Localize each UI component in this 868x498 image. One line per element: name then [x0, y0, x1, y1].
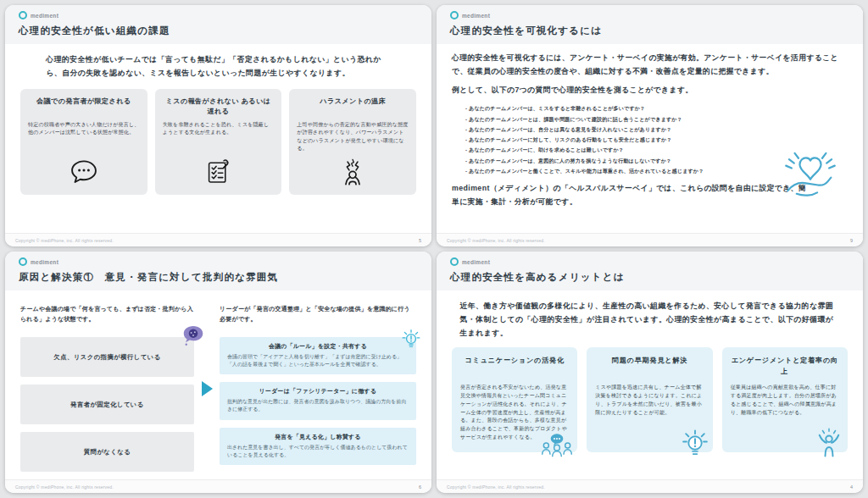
slide-body: 近年、働き方や価値観の多様化により、生産性の高い組織を作るため、安心して発言でき… [437, 290, 863, 479]
benefit-card-engagement: エンゲージメントと定着率の向上 従業員は組織への貢献意欲を高め、仕事に対する満足… [722, 347, 848, 451]
brand-logo: mediment [19, 11, 418, 19]
card-title: エンゲージメントと定着率の向上 [731, 356, 839, 378]
mediment-ring-icon [19, 11, 27, 19]
problem-box: 質問がなくなる [20, 432, 194, 472]
brand-logo: mediment [450, 257, 849, 266]
problem-label: 発言者が固定化している [70, 401, 144, 409]
heart-in-hand-icon [778, 146, 843, 202]
mediment-ring-icon [19, 257, 27, 266]
benefit-card-early-detection: 問題の早期発見と解決 ミスや課題を迅速に共有し、チーム全体で解決策を検討できるよ… [587, 347, 712, 451]
benefit-card-communication: コミュニケーションの活発化 発言が否定される不安がないため、活発な意見交換や情報… [452, 347, 577, 451]
page-number: 6 [419, 484, 421, 490]
card-body: ミスや課題を迅速に共有し、チーム全体で解決策を検討できるようになります。これによ… [595, 384, 704, 417]
page-title: 心理的安全性を高めるメリットとは [450, 271, 849, 284]
slide-footer: Copyright © mediPhone, inc. All rights r… [437, 233, 863, 246]
page-title: 心理的安全性を可視化するには [450, 25, 849, 37]
page-number: 4 [850, 484, 853, 490]
slide-footer: Copyright © mediPhone, inc. All rights r… [5, 479, 431, 493]
slide-cause-solution-1: mediment 原因と解決策① 意見・発言に対して批判的な雰囲気 チームや会議… [5, 252, 431, 493]
copyright-text: Copyright © mediPhone, inc. All rights r… [15, 484, 114, 490]
card-title: ハラスメントの温床 [297, 97, 409, 118]
brand-logo: mediment [450, 11, 849, 19]
mediment-ring-icon [450, 11, 459, 19]
slide-header: mediment 心理的安全性が低い組織の課題 [5, 5, 431, 44]
cheering-person-icon [814, 427, 844, 461]
benefit-cards: コミュニケーションの活発化 発言が否定される不安がないため、活発な意見交換や情報… [452, 347, 848, 451]
arrow-right-icon [202, 381, 213, 396]
issue-card-mistakes-unreported: ミスの報告がされない あるいは遅れる 失敗を非難されることを恐れ、ミスを隠蔽しよ… [155, 89, 282, 195]
card-title: 問題の早期発見と解決 [595, 356, 704, 378]
problem-label: 欠点、リスクの指摘が横行している [53, 353, 160, 362]
card-title: ミスの報告がされない あるいは遅れる [163, 97, 275, 118]
brand-name: mediment [31, 13, 58, 19]
people-chat-icon [540, 430, 574, 461]
solutions-intro: リーダーが「発言の交通整理」と「安全な場の提供」を意識的に行う必要がです。 [220, 304, 416, 331]
two-column-layout: チームや会議の場で「何を言っても、まずは否定・批判から入られる」ような状態です。… [20, 298, 416, 479]
slide-header: mediment 心理的安全性を高めるメリットとは [437, 252, 863, 290]
solution-title: 発言を「見える化」し称賛する [227, 433, 409, 441]
intro-paragraph: 心理的安全性を可視化するには、アンケート・サーベイの実施が有効。アンケート・サー… [452, 52, 848, 79]
brand-logo: mediment [19, 257, 418, 266]
issue-card-harassment: ハラスメントの温床 上司や同僚からの否定的な言動や威圧的な態度が許容されやすくな… [289, 89, 416, 195]
slide-body: 心理的安全性が低いチームでは「言っても無駄だ」「否定されるかもしれない」という恐… [5, 44, 431, 233]
card-body: 失敗を非難されることを恐れ、ミスを隠蔽しようとする文化が生まれる。 [163, 121, 275, 153]
lead-paragraph: 心理的安全性が低いチームでは「言っても無駄だ」「否定されるかもしれない」という恐… [46, 53, 390, 80]
slide-footer: Copyright © mediPhone, inc. All rights r… [5, 233, 431, 246]
solution-title: 会議の「ルール」を設定・共有する [227, 342, 409, 351]
brand-name: mediment [462, 13, 490, 19]
speech-bubble-icon [28, 153, 140, 191]
slide-body: チームや会議の場で「何を言っても、まずは否定・批判から入られる」ような状態です。… [5, 290, 431, 479]
card-body: 特定の役職者や声の大きい人物だけが発言し、他のメンバーは沈黙している状態が常態化… [28, 121, 140, 153]
solution-box: 会議の「ルール」を設定・共有する 会議の冒頭で「アイデアと人格を切り離す」「まず… [220, 337, 416, 374]
brand-name: mediment [462, 259, 490, 265]
lightbulb-icon [681, 429, 709, 461]
solution-box: リーダーは「ファシリテーター」に徹する 批判的な意見が出た際には、発言者の意図を… [220, 382, 416, 419]
card-title: 会議での発言者が限定される [28, 97, 140, 118]
page-number: 5 [419, 238, 421, 243]
stressed-person-icon [297, 153, 409, 191]
mediment-ring-icon [450, 257, 459, 266]
slide-footer: Copyright © mediPhone, inc. All rights r… [437, 479, 863, 493]
card-title: コミュニケーションの活発化 [460, 356, 569, 378]
question-item: - あなたのチームメンバーは、自分とは異なる意見を受け入れないことがありますか？ [465, 125, 848, 135]
problem-box: 発言者が固定化している [20, 385, 194, 424]
solution-title: リーダーは「ファシリテーター」に徹する [227, 387, 409, 396]
slide-header: mediment 原因と解決策① 意見・発言に対して批判的な雰囲気 [5, 252, 431, 290]
solution-box: 発言を「見える化」し称賛する 出された意見を書き出し、すべての発言が等しく価値あ… [220, 428, 416, 465]
example-heading: 例として、以下の7つの質問で心理的安全性を測ることができます。 [452, 86, 848, 96]
solutions-column: リーダーが「発言の交通整理」と「安全な場の提供」を意識的に行う必要がです。 会議… [220, 298, 416, 479]
problem-box: 欠点、リスクの指摘が横行している [20, 337, 194, 377]
problems-intro: チームや会議の場で「何を言っても、まずは否定・批判から入られる」ような状態です。 [20, 304, 194, 331]
slide-grid: mediment 心理的安全性が低い組織の課題 心理的安全性が低いチームでは「言… [0, 0, 868, 498]
copyright-text: Copyright © mediPhone, inc. All rights r… [447, 238, 545, 243]
solution-body: 会議の冒頭で「アイデアと人格を切り離す」「まずは肯定的に受け止める」「人の話を最… [227, 353, 409, 368]
checklist-document-icon [163, 153, 275, 191]
solution-body: 批判的な意見が出た際には、発言者の意図を汲み取りつつ、議論の方向を前向きに修正す… [227, 398, 409, 413]
page-title: 心理的安全性が低い組織の課題 [19, 25, 418, 37]
page-number: 9 [850, 238, 853, 243]
card-body: 上司や同僚からの否定的な言動や威圧的な態度が許容されやすくなり、パワーハラスメン… [297, 121, 409, 153]
slide-low-psych-safety-issues: mediment 心理的安全性が低い組織の課題 心理的安全性が低いチームでは「言… [5, 5, 431, 246]
card-body: 従業員は組織への貢献意欲を高め、仕事に対する満足度が向上します。自分の居場所があ… [731, 384, 839, 417]
issue-cards: 会議での発言者が限定される 特定の役職者や声の大きい人物だけが発言し、他のメンバ… [20, 89, 416, 195]
slide-body: 心理的安全性を可視化するには、アンケート・サーベイの実施が有効。アンケート・サー… [437, 44, 863, 233]
dizzy-thought-bubble-icon [181, 324, 206, 351]
copyright-text: Copyright © mediPhone, inc. All rights r… [447, 484, 545, 490]
lead-paragraph: 近年、働き方や価値観の多様化により、生産性の高い組織を作るため、安心して発言でき… [459, 300, 839, 340]
problem-label: 質問がなくなる [84, 448, 131, 456]
slide-visualize-psych-safety: mediment 心理的安全性を可視化するには 心理的安全性を可視化するには、ア… [437, 5, 863, 246]
lightbulb-icon [401, 329, 421, 352]
solution-body: 出された意見を書き出し、すべての発言が等しく価値あるものとして扱われていることを… [227, 444, 409, 459]
brand-name: mediment [31, 259, 58, 265]
question-item: - あなたのチームメンバーに対して、リスクのある行動をしても安全だと感じますか？ [465, 135, 848, 145]
page-title: 原因と解決策① 意見・発言に対して批判的な雰囲気 [19, 271, 418, 284]
copyright-text: Copyright © mediPhone, inc. All rights r… [15, 238, 114, 243]
slide-header: mediment 心理的安全性を可視化するには [437, 5, 863, 44]
question-item: - あなたのチームメンバーは、ミスをすると非難されることが多いですか？ [465, 103, 848, 113]
problems-column: チームや会議の場で「何を言っても、まずは否定・批判から入られる」ような状態です。… [20, 298, 194, 479]
issue-card-speakers-limited: 会議での発言者が限定される 特定の役職者や声の大きい人物だけが発言し、他のメンバ… [20, 89, 147, 195]
question-item: - あなたのチームメンバーとは、課題や問題について建設的に話し合うことができます… [465, 114, 848, 125]
slide-benefits-psych-safety: mediment 心理的安全性を高めるメリットとは 近年、働き方や価値観の多様化… [437, 252, 863, 493]
closing-paragraph: mediment（メディメント）の「ヘルスパルスサーベイ」では、これらの設問を自… [452, 182, 808, 209]
